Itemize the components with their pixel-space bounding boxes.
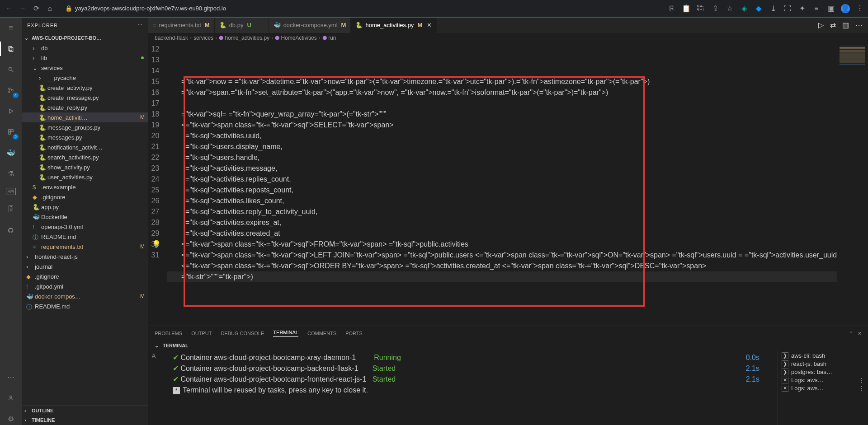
code-line[interactable]: ="tk-var">span.="tk-fn">set_attribute="t… xyxy=(167,87,837,98)
code-line[interactable]: <="tk-var">span class="tk-="tk-var">sql"… xyxy=(167,120,837,131)
code-line[interactable]: <="tk-var">span class="tk-="tk-var">sql"… xyxy=(167,261,837,271)
timeline-header[interactable]: › TIMELINE xyxy=(22,415,148,425)
tree-item[interactable]: 🐍create_reply.py xyxy=(22,103,148,112)
tree-item[interactable]: ›lib xyxy=(22,53,148,63)
tree-item[interactable]: 🐍home_activiti…M xyxy=(22,112,148,122)
outline-header[interactable]: › OUTLINE xyxy=(22,405,148,415)
home-button[interactable]: ⌂ xyxy=(44,3,55,14)
docker-icon[interactable]: 🐳 xyxy=(5,146,17,159)
tree-item[interactable]: ⌄services xyxy=(22,63,148,73)
frame-icon[interactable]: ⛶ xyxy=(783,4,792,13)
install-icon[interactable]: ⎘ xyxy=(667,4,676,13)
terminal-instance[interactable]: ✕Logs: aws…⋮ xyxy=(782,377,864,383)
tree-item[interactable]: 🐍user_activities.py xyxy=(22,172,148,182)
code-line[interactable] xyxy=(167,282,837,293)
code-line[interactable]: ="tk-sql">users.handle, xyxy=(167,152,837,163)
more-icon[interactable]: ⋯ xyxy=(855,21,863,29)
code-line[interactable]: ="tk-sql">activities.message, xyxy=(167,163,837,174)
reload-button[interactable]: ⟳ xyxy=(31,3,42,14)
share-icon[interactable]: ⇪ xyxy=(711,4,720,13)
panel-tab[interactable]: PORTS xyxy=(345,331,363,336)
tree-item[interactable]: 🐳Dockerfile xyxy=(22,212,148,222)
tree-item[interactable]: $.env.example xyxy=(22,182,148,192)
tree-item[interactable]: 🐍notifications_activit… xyxy=(22,142,148,152)
back-button[interactable]: ← xyxy=(4,3,14,14)
editor-tab[interactable]: 🐍home_activities.pyM✕ xyxy=(351,17,437,33)
panel-tab[interactable]: COMMENTS xyxy=(307,331,336,336)
menu-icon[interactable]: ⋮ xyxy=(855,4,864,13)
code-line[interactable]: ="tk-var">now = ="tk-var">datetime.="tk-… xyxy=(167,76,837,87)
code-line[interactable]: ="tk-sql">activities.replies_count, xyxy=(167,174,837,185)
tree-item[interactable]: !.gitpod.yml xyxy=(22,281,148,291)
forward-button[interactable]: → xyxy=(17,3,28,14)
github-icon[interactable] xyxy=(5,224,17,237)
search-icon[interactable] xyxy=(5,63,17,76)
tree-item[interactable]: ›frontend-react-js xyxy=(22,252,148,262)
panel-tab[interactable]: DEBUG CONSOLE xyxy=(221,331,264,336)
test-icon[interactable]: ⚗ xyxy=(5,167,17,180)
trash-icon[interactable]: ⋮ xyxy=(859,385,864,392)
editor-tab[interactable]: ≡requirements.txtM xyxy=(148,17,215,33)
terminal-instance[interactable]: ✕Logs: aws…⋮ xyxy=(782,385,864,392)
panel-tab[interactable]: OUTPUT xyxy=(191,331,212,336)
run-icon[interactable]: ▷ xyxy=(818,21,824,29)
lightbulb-icon[interactable]: 💡 xyxy=(152,239,161,250)
ext1-icon[interactable]: ◈ xyxy=(740,4,749,13)
star-icon[interactable]: ☆ xyxy=(725,4,734,13)
explorer-icon[interactable] xyxy=(5,42,17,55)
breadcrumb-item[interactable]: ⬢ HomeActivities xyxy=(275,35,317,41)
list-icon[interactable]: ≡ xyxy=(812,4,821,13)
breadcrumbs[interactable]: backend-flask›services›⬢ home_activities… xyxy=(148,33,868,43)
tree-item[interactable]: 🐍message_groups.py xyxy=(22,122,148,132)
breadcrumb-item[interactable]: ⬢ home_activities.py xyxy=(219,35,269,41)
tree-item[interactable]: ⓘREADME.md xyxy=(22,232,148,242)
code-area[interactable]: ="tk-var">now = ="tk-var">datetime.="tk-… xyxy=(167,43,837,326)
maximize-icon[interactable]: ⌃ xyxy=(849,331,853,336)
download-icon[interactable]: ⤓ xyxy=(769,4,778,13)
tree-item[interactable]: ›db xyxy=(22,43,148,53)
clipboard-icon[interactable]: 📋 xyxy=(682,4,691,13)
account-icon[interactable] xyxy=(5,392,17,404)
tree-item[interactable]: ◆.gitignore xyxy=(22,192,148,202)
tree-item[interactable]: 🐍messages.py xyxy=(22,132,148,142)
panel-close-icon[interactable]: ✕ xyxy=(858,331,862,336)
code-line[interactable]: ="tk-var">sql= ="tk-fn">query_wrap_array… xyxy=(167,109,837,120)
menu-toggle[interactable]: ≡ xyxy=(5,22,17,34)
editor[interactable]: 1213141516171819202122232425262728293031… xyxy=(148,43,868,326)
code-line[interactable]: <="tk-var">span class="tk-="tk-var">sql"… xyxy=(167,239,837,250)
tree-item[interactable]: 🐍create_message.py xyxy=(22,93,148,103)
tree-item[interactable]: ≡requirements.txtM xyxy=(22,242,148,252)
minimap[interactable] xyxy=(837,43,868,326)
run-debug-icon[interactable] xyxy=(5,105,17,117)
code-line[interactable]: ="tk-sql">activities.uuid, xyxy=(167,131,837,141)
tree-item[interactable]: ◆.gitignore xyxy=(22,271,148,281)
tree-item[interactable]: 🐳docker-compos…M xyxy=(22,291,148,301)
editor-tab[interactable]: 🐳docker-compose.ymlM xyxy=(269,17,351,33)
trash-icon[interactable]: ⋮ xyxy=(859,377,864,383)
breadcrumb-item[interactable]: services xyxy=(193,35,213,41)
project-root[interactable]: ⌄ AWS-CLOUD-PROJECT-BO… xyxy=(22,33,148,43)
panel-tab[interactable]: TERMINAL xyxy=(273,330,298,337)
db-icon[interactable]: 🗄 xyxy=(5,203,17,216)
ext2-icon[interactable]: ◆ xyxy=(754,4,763,13)
code-line[interactable]: ="tk-sql">activities.reposts_count, xyxy=(167,185,837,196)
breadcrumb-item[interactable]: backend-flask xyxy=(155,35,188,41)
code-line[interactable]: ="tk-sql">activities.created_at xyxy=(167,228,837,239)
tree-item[interactable]: ›journal xyxy=(22,262,148,271)
tree-item[interactable]: !openapi-3.0.yml xyxy=(22,222,148,232)
more-icon[interactable]: ⋯ xyxy=(5,371,17,383)
code-line[interactable]: ="tk-sql">activities.likes_count, xyxy=(167,196,837,206)
code-line[interactable]: ="tk-str">"""="tk-par">) xyxy=(167,271,837,282)
tree-item[interactable]: 🐍show_activity.py xyxy=(22,162,148,172)
code-line[interactable]: ="tk-sql">users.display_name, xyxy=(167,141,837,152)
api-icon[interactable]: API xyxy=(6,188,16,195)
panel-tab[interactable]: PROBLEMS xyxy=(155,331,182,336)
tree-item[interactable]: ›__pycache__ xyxy=(22,73,148,83)
tree-item[interactable]: ⓘREADME.md xyxy=(22,301,148,311)
settings-icon[interactable]: ⚙ xyxy=(5,412,17,425)
code-line[interactable]: <="tk-var">span class="tk-="tk-var">sql"… xyxy=(167,250,837,261)
panel-icon[interactable]: ▣ xyxy=(826,4,835,13)
sidebar-more-icon[interactable]: ⋯ xyxy=(137,22,143,28)
extensions-icon[interactable]: 2 xyxy=(5,126,17,138)
puzzle-icon[interactable]: ✦ xyxy=(797,4,807,13)
